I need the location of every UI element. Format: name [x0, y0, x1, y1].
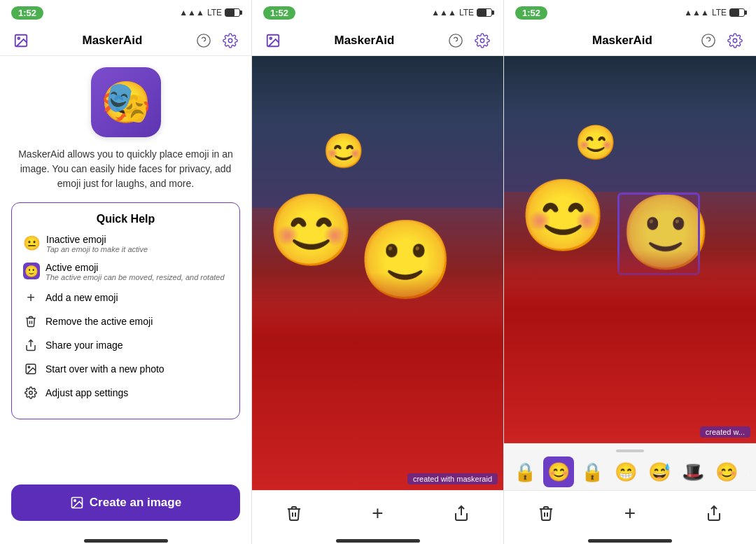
share-button-2[interactable]	[446, 498, 477, 529]
delete-button-2[interactable]	[279, 498, 309, 529]
svg-point-12	[270, 37, 272, 39]
emoji-picker-row: 🔒 😊 🔒 😁 😅 🎩 😊 😍 🎓 😜	[510, 456, 750, 487]
battery-fill-1	[225, 9, 234, 16]
panel-3: 1:52 ▲▲▲ LTE MaskerAid	[504, 0, 756, 544]
create-image-button[interactable]: Create an image	[11, 484, 240, 521]
svg-point-15	[480, 39, 484, 43]
create-button-label: Create an image	[90, 496, 181, 510]
remove-emoji-label: Remove the active emoji	[46, 316, 153, 327]
trash-icon	[23, 314, 38, 329]
crowd-bg-3	[504, 56, 756, 192]
help-item-active: 🙂 Active emoji The active emoji can be m…	[23, 262, 228, 281]
panel-1: 1:52 ▲▲▲ LTE MaskerAid	[0, 0, 252, 544]
toolbar-2: +	[252, 490, 503, 535]
nav-title-3: MaskerAid	[592, 34, 652, 48]
help-item-new-photo: Start over with a new photo	[23, 361, 228, 377]
settings-icon-3[interactable]	[725, 31, 745, 50]
svg-point-19	[733, 39, 737, 43]
nav-bar-2: MaskerAid	[252, 25, 503, 56]
nav-left-2	[263, 31, 283, 50]
active-emoji-text: Active emoji The active emoji can be mov…	[46, 262, 225, 281]
home-bar-3	[588, 539, 672, 543]
nav-right-2	[446, 31, 492, 50]
nav-title-2: MaskerAid	[335, 34, 395, 48]
picker-handle-bar	[616, 449, 644, 452]
help-item-share: Share your image	[23, 337, 228, 353]
help-item-inactive: 😐 Inactive emoji Tap an emoji to make it…	[23, 234, 228, 253]
add-emoji-label: Add a new emoji	[46, 292, 118, 303]
lte-label-2: LTE	[459, 8, 474, 18]
battery-icon-1	[225, 8, 240, 17]
quick-help-title: Quick Help	[23, 213, 228, 225]
emoji-pick-smile-active[interactable]: 😊	[543, 456, 574, 487]
toolbar-3: +	[504, 490, 756, 535]
svg-point-8	[29, 391, 33, 395]
active-emoji-icon: 🙂	[23, 263, 40, 279]
help-icon-3[interactable]	[699, 31, 718, 50]
nav-bar-3: MaskerAid	[504, 25, 756, 56]
emoji-pick-lock-2[interactable]: 🔒	[577, 456, 608, 487]
battery-fill-2	[477, 9, 486, 16]
emoji-pick-lock-1[interactable]: 🔒	[510, 456, 540, 487]
app-logo: 😊 🎭	[91, 67, 161, 137]
jerseys-bg-2	[252, 273, 503, 490]
delete-button-3[interactable]	[531, 498, 561, 529]
crowd-bg-2	[252, 56, 503, 208]
share-button-3[interactable]	[699, 498, 729, 529]
add-button-3[interactable]: +	[615, 498, 645, 529]
lte-label-3: LTE	[712, 8, 727, 18]
settings-label: Adjust app settings	[46, 387, 128, 398]
emoji-pick-heart-eyes[interactable]: 😍	[745, 456, 750, 487]
home-bar-2	[336, 539, 420, 543]
lte-label-1: LTE	[207, 8, 222, 18]
nav-right-3	[699, 31, 745, 50]
emoji-pick-hat[interactable]: 🎩	[678, 456, 708, 487]
help-icon-2[interactable]	[446, 31, 465, 50]
share-icon	[23, 337, 38, 353]
status-bar-1: 1:52 ▲▲▲ LTE	[0, 0, 251, 25]
create-image-icon	[70, 496, 84, 510]
svg-point-7	[28, 366, 29, 368]
svg-point-1	[18, 37, 20, 39]
nav-right-1	[194, 31, 240, 50]
emoji-small-3[interactable]: 😊	[575, 126, 617, 160]
svg-point-2	[197, 34, 210, 46]
help-item-add: + Add a new emoji	[23, 290, 228, 305]
status-icons-1: ▲▲▲ LTE	[179, 8, 240, 18]
emoji-pick-sweat[interactable]: 😅	[644, 456, 675, 487]
emoji-large-woman[interactable]: 😊	[267, 195, 355, 265]
nav-bar-1: MaskerAid	[0, 25, 251, 56]
add-button-2[interactable]: +	[362, 498, 393, 529]
home-bar-1	[84, 539, 168, 543]
status-time-3: 1:52	[515, 6, 547, 20]
emoji-pick-smile-2[interactable]: 😊	[711, 456, 742, 487]
status-time-2: 1:52	[263, 6, 295, 20]
photo-background-2: 😊 😊 🙂 created with maskeraid	[252, 56, 503, 490]
emoji-small-1[interactable]: 😊	[323, 134, 365, 168]
signal-icon-2: ▲▲▲	[431, 8, 456, 18]
battery-icon-2	[477, 8, 492, 17]
image-icon-nav-2[interactable]	[263, 31, 283, 50]
photo-area-2[interactable]: 😊 😊 🙂 created with maskeraid	[252, 56, 503, 490]
settings-icon[interactable]	[220, 31, 240, 50]
image-icon-nav[interactable]	[11, 31, 31, 50]
photo-area-3[interactable]: 😊 😊 🙂 created w...	[504, 56, 756, 443]
inactive-emoji-icon: 😐	[23, 235, 41, 251]
home-indicator-2	[252, 535, 503, 544]
active-emoji-label: Active emoji	[46, 262, 225, 273]
bottom-bar-1: Create an image	[0, 477, 251, 535]
share-label: Share your image	[46, 340, 123, 351]
svg-point-10	[74, 500, 76, 502]
nav-left-1	[11, 31, 31, 50]
help-icon[interactable]	[194, 31, 214, 50]
inactive-emoji-label: Inactive emoji	[46, 234, 148, 245]
help-item-remove: Remove the active emoji	[23, 314, 228, 329]
inactive-emoji-sublabel: Tap an emoji to make it active	[46, 245, 148, 253]
emoji-large-woman-3[interactable]: 😊	[519, 180, 607, 250]
jerseys-bg-3	[504, 250, 756, 444]
app-content: 😊 🎭 MaskerAid allows you to quickly plac…	[0, 56, 251, 477]
inactive-emoji-text: Inactive emoji Tap an emoji to make it a…	[46, 234, 148, 253]
emoji-pick-grin[interactable]: 😁	[610, 456, 641, 487]
status-icons-2: ▲▲▲ LTE	[431, 8, 492, 18]
settings-icon-2[interactable]	[472, 31, 492, 50]
